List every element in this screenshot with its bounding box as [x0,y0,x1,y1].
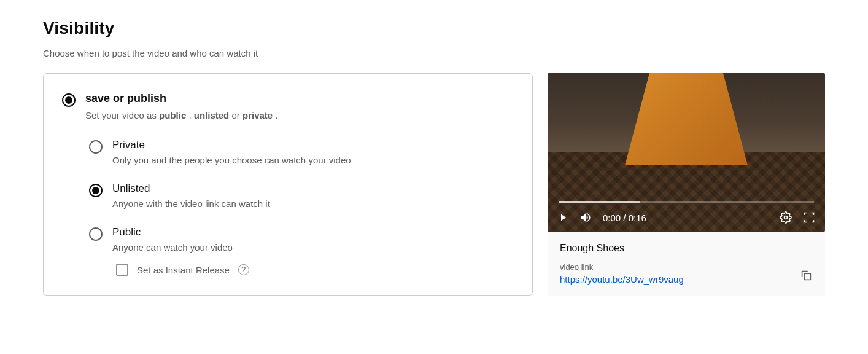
volume-icon[interactable] [579,211,592,224]
unlisted-desc: Anyone with the video link can watch it [112,199,270,209]
save-publish-desc: Set your video as public , unlisted or p… [85,109,278,122]
copy-icon[interactable] [799,269,813,285]
page-subtitle: Choose when to post the video and who ca… [43,48,825,58]
private-desc: Only you and the people you choose can w… [112,155,351,165]
radio-private[interactable] [89,140,103,154]
public-desc: Anyone can watch your video [112,242,233,253]
unlisted-label: Unlisted [112,183,270,195]
thumb-subject [625,73,748,165]
video-preview-panel: 0:00 / 0:16 Enough Shoes video link http… [548,73,825,296]
fullscreen-icon[interactable] [803,211,815,224]
instant-release-row: Set as Instant Release ? [116,264,514,276]
save-or-publish-option[interactable]: save or publish Set your video as public… [62,92,514,122]
help-icon[interactable]: ? [238,264,249,275]
option-private[interactable]: Private Only you and the people you choo… [89,139,514,165]
radio-unlisted[interactable] [89,184,103,197]
video-info: Enough Shoes video link https://youtu.be… [548,232,825,296]
radio-save-publish[interactable] [62,93,76,107]
radio-selected-dot [65,96,72,104]
video-thumbnail[interactable]: 0:00 / 0:16 [548,73,825,232]
save-publish-title: save or publish [85,92,278,105]
option-public[interactable]: Public Anyone can watch your video Set a… [89,226,514,276]
visibility-options-panel: save or publish Set your video as public… [43,73,533,296]
instant-release-checkbox[interactable] [116,264,128,276]
video-time: 0:00 / 0:16 [603,213,646,223]
private-label: Private [112,139,351,151]
page-title: Visibility [43,18,825,38]
video-link-label: video link [560,262,684,272]
settings-icon[interactable] [780,211,792,224]
option-unlisted[interactable]: Unlisted Anyone with the video link can … [89,183,514,209]
play-icon[interactable] [557,212,568,223]
radio-selected-dot [92,187,99,194]
video-link-url[interactable]: https://youtu.be/3Uw_wr9vaug [560,274,684,285]
radio-public[interactable] [89,227,103,241]
instant-release-label: Set as Instant Release [137,265,230,275]
public-label: Public [112,226,233,238]
video-controls: 0:00 / 0:16 [548,203,825,232]
svg-point-0 [785,216,788,219]
video-title: Enough Shoes [560,243,813,254]
svg-rect-1 [804,273,810,280]
